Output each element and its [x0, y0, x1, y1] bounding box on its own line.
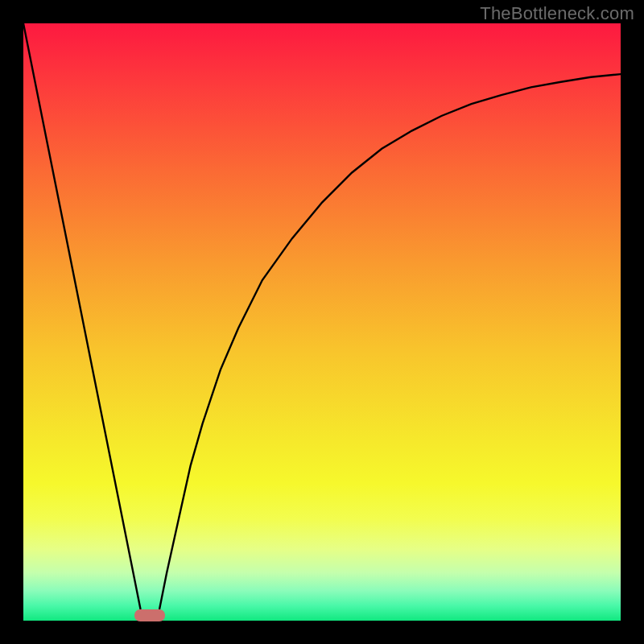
curve-right-branch — [159, 74, 621, 609]
min-marker — [134, 609, 165, 621]
curve-left-branch — [23, 23, 140, 609]
chart-frame: TheBottleneck.com — [0, 0, 644, 644]
curve-layer — [23, 23, 621, 621]
watermark-text: TheBottleneck.com — [480, 3, 634, 24]
plot-area — [23, 23, 621, 621]
